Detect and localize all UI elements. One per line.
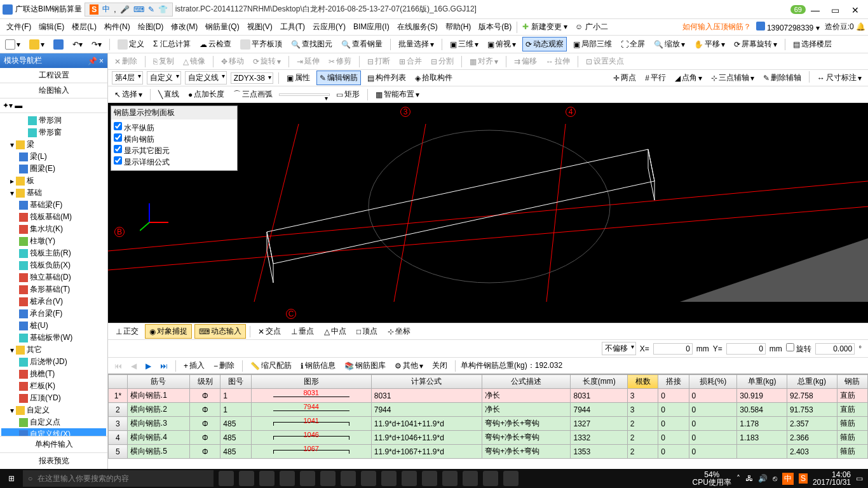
tray-notif-icon[interactable]: ▭ [856,474,863,483]
taskbar-search[interactable]: ○ 在这里输入你要搜索的内容 [23,470,214,487]
next-button[interactable]: ▶ [143,362,154,370]
menu-tool[interactable]: 工具(T) [276,20,309,34]
extend-button[interactable]: ⇥ 延伸 [294,55,322,68]
nav-report-preview[interactable]: 报表预览 [0,452,107,469]
close-button[interactable]: ✕ [851,5,860,14]
tree-item[interactable]: ▾ 自定义 [1,404,106,416]
user-account[interactable]: 13907298339 ▾ [756,22,820,32]
tree-item[interactable]: 带形洞 [1,114,106,126]
tray-ime-s[interactable]: S [799,473,808,484]
menu-component[interactable]: 构件(N) [100,20,134,34]
tree-item[interactable]: 基础板带(W) [1,332,106,344]
expand-icon[interactable]: ✦▾ [3,101,13,110]
tray-clock[interactable]: 14:062017/10/31 [813,471,851,486]
batch-select-button[interactable]: 批量选择 ▾ [396,37,437,51]
app-icon-13[interactable] [483,471,498,486]
tree-item[interactable]: 筏板主筋(R) [1,247,106,259]
coord-snap[interactable]: ⊹ 坐标 [384,325,414,338]
app-icon-2[interactable] [259,471,275,486]
tree-item[interactable]: 后浇带(JD) [1,356,106,368]
tree-item[interactable]: ▾ 梁 [1,139,106,151]
new-file-button[interactable]: ▾ [3,38,23,51]
smart-layout-tool[interactable]: ▦ 智能布置 ▾ [373,88,422,101]
ime-pen-icon[interactable]: ✎ [148,5,154,14]
ime-mic-icon[interactable]: 🎤 [120,5,130,14]
copy-button[interactable]: ⎘ 复制 [151,55,177,68]
tree-item[interactable]: 筏板负筋(X) [1,259,106,271]
tree-item[interactable]: 带形窗 [1,126,106,139]
menu-online[interactable]: 在线服务(S) [393,20,442,34]
rebar-display-panel[interactable]: 钢筋显示控制面板 水平纵筋 横向钢筋 显示其它图元 显示详细公式 [111,105,238,171]
tree-item[interactable]: 圈梁(E) [1,163,106,175]
point-angle-button[interactable]: ◢ 点角 ▾ [672,71,705,85]
save-button[interactable] [51,38,66,51]
tree-item[interactable]: 自定义点 [1,416,106,428]
perp-snap[interactable]: ⊥ 垂点 [287,325,318,338]
start-button[interactable]: ⊞ [0,474,23,483]
rebar-grid[interactable]: 筋号级别图号图形计算公式公式描述长度(mm)根数搭接损耗(%)单重(kg)总重(… [108,374,868,469]
tree-item[interactable]: 压顶(YD) [1,392,106,404]
orbit-button[interactable]: ⟳ 动态观察 [522,37,567,51]
pick-component-button[interactable]: ◈ 拾取构件 [412,71,455,85]
tree-item[interactable]: 独立基础(D) [1,271,106,283]
mirror-button[interactable]: △ 镜像 [180,55,208,68]
app-icon-11[interactable] [442,471,458,486]
ime-tool[interactable]: , [114,5,116,14]
tray-safe-icon[interactable]: ⎋ [773,474,777,483]
undo-button[interactable]: ↶▾ [70,39,85,50]
insert-row-button[interactable]: + 插入 [181,359,207,372]
menu-version[interactable]: 版本号(B) [475,20,515,34]
fullscreen-button[interactable]: ⛶ 全屏 [618,37,648,51]
y-input[interactable] [726,343,766,355]
align-slab-button[interactable]: 平齐板顶 [238,37,285,51]
open-file-button[interactable]: ▾ [27,38,47,51]
x-input[interactable] [653,343,693,355]
app-icon-10[interactable] [422,471,437,486]
tree-item[interactable]: 条形基础(T) [1,283,106,295]
tray-up-icon[interactable]: ˄ [736,474,740,483]
nav-project-settings[interactable]: 工程设置 [0,68,107,83]
select-floor-button[interactable]: ▤ 选择楼层 [790,37,834,51]
windows-taskbar[interactable]: ⊞ ○ 在这里输入你要搜索的内容 54%CPU使用率 ˄ 🖧 🔊 ⎋ 中 S 1… [0,469,868,488]
collapse-icon[interactable]: ▬ [15,101,22,110]
update-badge[interactable]: 69 [790,5,806,14]
ime-kbd-icon[interactable]: ⌨ [133,5,144,14]
chk-detail[interactable]: 显示详细公式 [114,156,234,168]
align-button[interactable]: ▦ 对齐 ▾ [467,55,501,68]
other-button[interactable]: ⚙ 其他 ▾ [392,359,426,372]
tree-item[interactable]: 基础梁(F) [1,199,106,211]
app-icon-4[interactable] [300,471,315,486]
minimize-button[interactable]: — [811,5,820,14]
merge-button[interactable]: ⊞ 合并 [397,55,424,68]
app-icon-14[interactable] [503,471,519,486]
line-tool[interactable]: ╲ 直线 [156,88,182,101]
floor-combo[interactable]: 第4层 [112,71,143,85]
view-rebar-button[interactable]: 🔍 查看钢量 [339,37,385,51]
component-tree[interactable]: 带形洞 带形窗▾ 梁 梁(L) 圈梁(E)▸ 板▾ 基础 基础梁(F) 筏板基础… [0,113,107,436]
vertex-snap[interactable]: □ 顶点 [353,325,381,338]
move-button[interactable]: ✥ 移动 [219,55,247,68]
nav-single-input[interactable]: 单构件输入 [0,436,107,452]
menu-rebar[interactable]: 钢筋量(Q) [201,20,243,34]
tree-item[interactable]: ▸ 板 [1,175,106,187]
xiaoer-button[interactable]: ☺ 广小二 [571,20,612,34]
subcategory-combo[interactable]: 自定义线 [185,71,227,85]
menu-bim[interactable]: BIM应用(I) [349,20,393,34]
last-button[interactable]: ⏭ [158,362,170,370]
rebar-library-button[interactable]: 📚 钢筋图库 [342,359,388,372]
menu-cloud[interactable]: 云应用(Y) [309,20,349,34]
two-point-button[interactable]: ✛ 两点 [611,71,639,85]
rotate-button[interactable]: ⟳ 旋转 ▾ [250,55,283,68]
tree-item[interactable]: 桩(U) [1,320,106,332]
tree-item[interactable]: 筏板基础(M) [1,211,106,223]
tree-item[interactable]: 集水坑(K) [1,223,106,235]
stretch-button[interactable]: ↔ 拉伸 [543,55,573,68]
taskview-icon[interactable] [219,471,234,486]
menu-floor[interactable]: 楼层(L) [68,20,100,34]
tray-vol-icon[interactable]: 🔊 [758,474,768,483]
zoom-button[interactable]: 🔍 缩放 ▾ [651,37,688,51]
delete-button[interactable]: ✕ 删除 [112,55,140,68]
app-icon-9[interactable] [402,471,417,486]
arc-tool[interactable]: ⌒ 三点画弧 [231,88,275,101]
ime-skin-icon[interactable]: 👕 [158,5,168,14]
